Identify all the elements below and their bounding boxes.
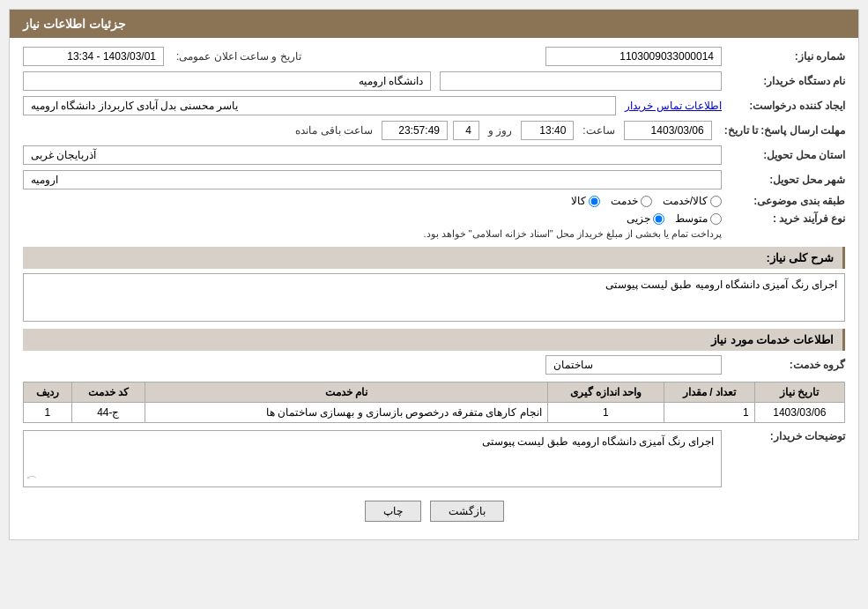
category-label: طبقه بندی موضوعی: — [731, 195, 845, 207]
page-header: جزئیات اطلاعات نیاز — [10, 10, 858, 38]
process-note: پرداخت تمام یا بخشی از مبلغ خریداز محل "… — [423, 228, 722, 240]
row-name: انجام کارهای متفرقه درخصوص بازسازی و بهس… — [145, 403, 547, 423]
send-deadline-label: مهلت ارسال پاسخ: تا تاریخ: — [717, 124, 845, 137]
city-label: شهر محل تحویل: — [731, 174, 845, 186]
time-label: ساعت: — [579, 124, 618, 137]
radio-goods-item[interactable]: کالا — [571, 195, 600, 207]
creator-value: یاسر محسنی بدل آبادی کاربرداز دانشگاه ار… — [23, 96, 616, 115]
radio-medium-item[interactable]: متوسط — [675, 212, 722, 225]
row-code: ج-44 — [71, 403, 145, 423]
row-unit: 1 — [547, 403, 664, 423]
buyer-org-label: نام دستگاه خریدار: — [731, 75, 845, 87]
buyer-org-input[interactable] — [440, 71, 722, 91]
deadline-date: 1403/03/06 — [624, 121, 712, 140]
radio-medium[interactable] — [710, 213, 722, 225]
radio-goods-service-item[interactable]: کالا/خدمت — [663, 195, 722, 207]
row-date: 1403/03/06 — [754, 403, 844, 423]
col-date-header: تاریخ نیاز — [754, 382, 844, 403]
public-date-label: تاریخ و ساعت اعلان عمومی: — [173, 50, 305, 63]
print-button[interactable]: چاپ — [365, 501, 421, 522]
service-group-value: ساختمان — [545, 355, 722, 375]
col-count-header: تعداد / مقدار — [664, 382, 754, 403]
creator-contact-link[interactable]: اطلاعات تماس خریدار — [625, 100, 722, 112]
row-count: 1 — [664, 403, 754, 423]
service-info-section-header: اطلاعات خدمات مورد نیاز — [23, 329, 845, 351]
seconds-value: 23:57:49 — [382, 121, 448, 140]
radio-goods[interactable] — [589, 196, 600, 207]
need-number-value: 1103009033000014 — [545, 47, 722, 66]
city-value: ارومیه — [23, 170, 722, 189]
radio-service[interactable] — [641, 196, 652, 207]
radio-goods-service[interactable] — [710, 196, 722, 207]
col-row-header: ردیف — [24, 382, 72, 403]
days-value: 4 — [453, 121, 479, 140]
buyer-desc-label: توضیحات خریدار: — [731, 430, 845, 442]
service-group-label: گروه خدمت: — [731, 359, 845, 371]
buyer-desc-value: اجرای رنگ آمیزی دانشگاه ارومیه طبق لیست … — [482, 435, 714, 448]
radio-partial-item[interactable]: جزیی — [627, 212, 664, 225]
radio-partial[interactable] — [653, 213, 664, 225]
deadline-time: 13:40 — [521, 121, 574, 140]
category-radio-group: کالا/خدمت خدمت کالا — [571, 195, 722, 207]
service-table: تاریخ نیاز تعداد / مقدار واحد اندازه گیر… — [23, 382, 845, 423]
button-row: بازگشت چاپ — [23, 501, 845, 522]
need-desc-value: اجرای رنگ آمیزی دانشگاه ارومیه طبق لیست … — [605, 279, 837, 291]
page-title: جزئیات اطلاعات نیاز — [23, 17, 126, 31]
radio-service-item[interactable]: خدمت — [611, 195, 652, 207]
table-row: 1403/03/06 1 1 انجام کارهای متفرقه درخصو… — [24, 403, 845, 423]
process-label: نوع فرآیند خرید : — [731, 212, 845, 225]
need-desc-box: اجرای رنگ آمیزی دانشگاه ارومیه طبق لیست … — [23, 273, 845, 322]
process-radio-group: متوسط جزیی — [423, 212, 722, 225]
buyer-org-value: دانشگاه ارومیه — [23, 71, 431, 91]
col-code-header: کد خدمت — [71, 382, 145, 403]
col-unit-header: واحد اندازه گیری — [547, 382, 664, 403]
back-button[interactable]: بازگشت — [430, 501, 504, 522]
need-number-label: شماره نیاز: — [731, 50, 845, 63]
province-value: آذربایجان غربی — [23, 145, 722, 165]
province-label: استان محل تحویل: — [731, 149, 845, 161]
days-label: روز و — [485, 124, 516, 137]
public-date-value: 1403/03/01 - 13:34 — [23, 47, 164, 66]
col-name-header: نام خدمت — [145, 382, 547, 403]
remaining-label: ساعت باقی مانده — [292, 124, 376, 137]
row-num: 1 — [24, 403, 72, 423]
need-desc-section-header: شرح کلی نیاز: — [23, 247, 845, 269]
creator-label: ایجاد کننده درخواست: — [731, 100, 845, 112]
buyer-desc-box: اجرای رنگ آمیزی دانشگاه ارومیه طبق لیست … — [23, 430, 722, 487]
